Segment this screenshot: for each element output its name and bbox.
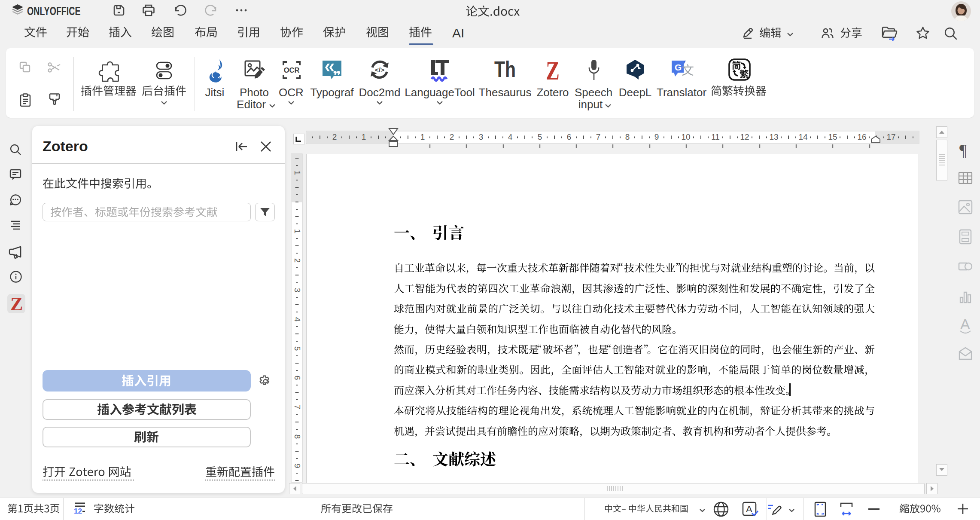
svg-text:2: 2 bbox=[450, 132, 454, 141]
svg-text:2: 2 bbox=[293, 258, 302, 263]
svg-text:14: 14 bbox=[798, 132, 808, 141]
svg-text:3: 3 bbox=[293, 288, 302, 293]
svg-text:¶: ¶ bbox=[959, 141, 967, 159]
svg-text:1: 1 bbox=[293, 229, 302, 234]
svg-text:2: 2 bbox=[332, 132, 337, 141]
svg-text:12: 12 bbox=[74, 507, 82, 515]
svg-text:A: A bbox=[746, 504, 752, 514]
svg-text:11: 11 bbox=[711, 132, 720, 141]
svg-text:4: 4 bbox=[508, 132, 513, 141]
svg-text:</>: </> bbox=[375, 66, 384, 73]
svg-text:1: 1 bbox=[420, 132, 425, 141]
svg-text:9: 9 bbox=[654, 132, 659, 141]
svg-text:1: 1 bbox=[362, 132, 366, 141]
svg-text:16: 16 bbox=[857, 132, 866, 141]
svg-text:8: 8 bbox=[625, 132, 630, 141]
svg-text:OCR: OCR bbox=[284, 66, 300, 74]
svg-text:10: 10 bbox=[681, 132, 690, 141]
svg-text:Z: Z bbox=[10, 294, 23, 315]
svg-text:8: 8 bbox=[293, 434, 302, 439]
svg-text:5: 5 bbox=[293, 346, 302, 351]
svg-text:9: 9 bbox=[293, 464, 302, 468]
svg-text:Z: Z bbox=[546, 56, 560, 85]
svg-text:13: 13 bbox=[769, 132, 778, 141]
svg-text:4: 4 bbox=[293, 317, 302, 322]
svg-text:3: 3 bbox=[479, 132, 484, 141]
svg-text:7: 7 bbox=[596, 132, 601, 141]
svg-text:7: 7 bbox=[293, 405, 302, 410]
svg-text:6: 6 bbox=[293, 376, 302, 380]
svg-text:A: A bbox=[960, 316, 970, 332]
svg-text:G: G bbox=[675, 62, 682, 72]
svg-text:17: 17 bbox=[886, 132, 895, 141]
svg-text:15: 15 bbox=[828, 132, 837, 141]
svg-text:6: 6 bbox=[567, 132, 572, 141]
svg-text:5: 5 bbox=[538, 132, 542, 141]
svg-text:1: 1 bbox=[293, 171, 302, 175]
svg-text:12: 12 bbox=[740, 132, 749, 141]
svg-text:Th: Th bbox=[494, 57, 516, 82]
